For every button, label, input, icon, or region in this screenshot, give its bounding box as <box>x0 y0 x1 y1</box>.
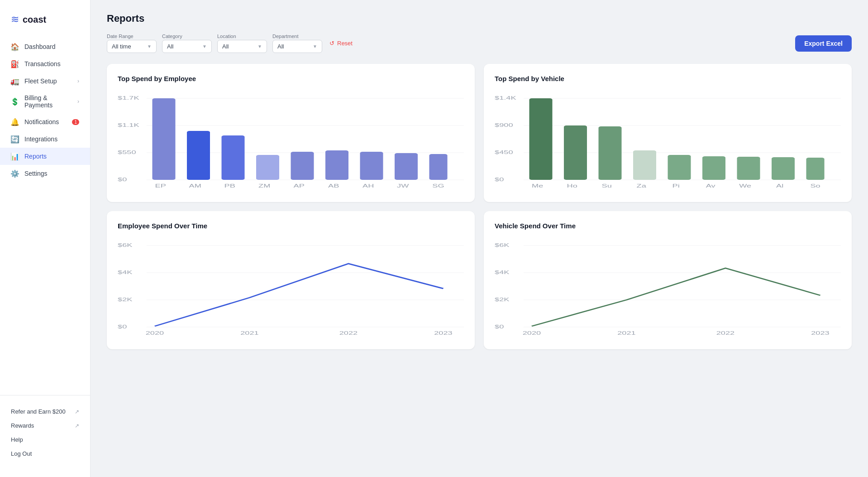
nav-menu: 🏠 Dashboard ⛽ Transactions 🚛 Fleet Setup… <box>0 38 90 390</box>
svg-text:$450: $450 <box>495 150 513 155</box>
svg-rect-35 <box>564 125 587 180</box>
svg-text:$550: $550 <box>118 150 136 155</box>
svg-text:$4K: $4K <box>118 270 133 275</box>
svg-rect-16 <box>429 154 448 180</box>
main-content: Reports Date Range All time ▼ Category A… <box>91 0 868 477</box>
reset-label: Reset <box>337 40 353 47</box>
svg-text:Ho: Ho <box>567 183 577 188</box>
chevron-icon: › <box>77 78 79 84</box>
svg-text:AM: AM <box>189 183 201 188</box>
svg-text:$0: $0 <box>495 177 504 182</box>
sidebar-item-settings[interactable]: ⚙️ Settings <box>0 165 90 182</box>
export-button[interactable]: Export Excel <box>795 35 852 52</box>
top-spend-employee-chart: $1.7K $1.1K $550 $0 <box>118 92 464 191</box>
svg-rect-36 <box>599 126 622 180</box>
sidebar-link-label: Log Out <box>11 450 32 457</box>
external-link-icon: ↗ <box>75 423 79 429</box>
top-spend-employee-card: Top Spend by Employee $1.7K $1.1K $550 $… <box>107 64 475 202</box>
location-chevron: ▼ <box>258 44 262 49</box>
employee-spend-time-card: Employee Spend Over Time $6K $4K $2K $0 … <box>107 211 475 349</box>
reset-button[interactable]: ↺ Reset <box>329 40 353 47</box>
location-value: All <box>222 43 229 50</box>
category-select[interactable]: All ▼ <box>162 40 212 53</box>
svg-rect-37 <box>633 150 656 180</box>
svg-text:PB: PB <box>224 183 236 188</box>
logo: ≋ coast <box>0 9 90 38</box>
date-range-chevron: ▼ <box>147 44 152 49</box>
svg-text:AH: AH <box>362 183 374 188</box>
department-filter: Department All ▼ <box>272 34 322 53</box>
sidebar-divider <box>0 395 90 395</box>
svg-text:$1.4K: $1.4K <box>495 96 516 101</box>
page-title: Reports <box>107 13 852 24</box>
department-label: Department <box>272 34 322 39</box>
svg-rect-8 <box>153 98 176 180</box>
top-spend-employee-title: Top Spend by Employee <box>118 75 464 82</box>
sidebar-link-help[interactable]: Help <box>0 433 90 447</box>
svg-text:Av: Av <box>706 183 716 188</box>
sidebar-item-dashboard[interactable]: 🏠 Dashboard <box>0 38 90 55</box>
svg-text:$6K: $6K <box>118 243 133 248</box>
svg-text:Za: Za <box>637 183 647 188</box>
svg-text:ZM: ZM <box>258 183 270 188</box>
svg-text:AP: AP <box>294 183 305 188</box>
svg-text:$2K: $2K <box>495 297 510 302</box>
svg-rect-14 <box>360 152 383 180</box>
category-label: Category <box>162 34 212 39</box>
sidebar-item-label: Settings <box>24 170 48 177</box>
department-chevron: ▼ <box>313 44 317 49</box>
svg-rect-11 <box>256 155 279 180</box>
sidebar-item-billing[interactable]: 💲 Billing & Payments › <box>0 90 90 113</box>
svg-text:2020: 2020 <box>146 331 164 336</box>
employee-spend-time-chart: $6K $4K $2K $0 2020 2021 2022 2023 <box>118 239 464 338</box>
svg-text:Pi: Pi <box>672 183 680 188</box>
integrations-icon: 🔄 <box>11 135 19 143</box>
category-value: All <box>167 43 173 50</box>
svg-text:$900: $900 <box>495 123 513 128</box>
svg-text:$6K: $6K <box>495 243 510 248</box>
svg-text:We: We <box>739 183 751 188</box>
department-select[interactable]: All ▼ <box>272 40 322 53</box>
dashboard-icon: 🏠 <box>11 43 19 51</box>
sidebar-item-label: Reports <box>24 153 47 160</box>
sidebar-item-transactions[interactable]: ⛽ Transactions <box>0 55 90 72</box>
sidebar-link-rewards[interactable]: Rewards ↗ <box>0 419 90 433</box>
date-range-select[interactable]: All time ▼ <box>107 40 157 53</box>
svg-text:Su: Su <box>602 183 612 188</box>
reports-icon: 📊 <box>11 152 19 160</box>
sidebar: ≋ coast 🏠 Dashboard ⛽ Transactions 🚛 Fle… <box>0 0 91 477</box>
employee-spend-time-title: Employee Spend Over Time <box>118 222 464 230</box>
vehicle-spend-time-chart: $6K $4K $2K $0 2020 2021 2022 2023 <box>495 239 841 338</box>
date-range-value: All time <box>112 43 131 50</box>
sidebar-link-logout[interactable]: Log Out <box>0 447 90 461</box>
svg-rect-40 <box>737 157 760 180</box>
sidebar-item-label: Fleet Setup <box>24 77 57 85</box>
top-spend-vehicle-chart: $1.4K $900 $450 $0 <box>495 92 841 191</box>
svg-rect-12 <box>291 152 314 180</box>
svg-rect-9 <box>187 131 210 180</box>
date-range-filter: Date Range All time ▼ <box>107 34 157 53</box>
sidebar-link-label: Help <box>11 436 23 443</box>
svg-text:$0: $0 <box>118 177 127 182</box>
vehicle-spend-time-card: Vehicle Spend Over Time $6K $4K $2K $0 2… <box>484 211 852 349</box>
location-select[interactable]: All ▼ <box>217 40 267 53</box>
svg-text:JW: JW <box>397 183 409 188</box>
svg-text:$2K: $2K <box>118 297 133 302</box>
sidebar-link-refer[interactable]: Refer and Earn $200 ↗ <box>0 405 90 419</box>
fleet-setup-icon: 🚛 <box>11 77 19 85</box>
svg-text:2020: 2020 <box>523 331 541 336</box>
svg-text:$0: $0 <box>495 324 504 329</box>
svg-rect-38 <box>668 155 691 180</box>
charts-grid: Top Spend by Employee $1.7K $1.1K $550 $… <box>107 64 852 349</box>
svg-text:2022: 2022 <box>339 331 358 336</box>
sidebar-item-label: Integrations <box>24 135 57 143</box>
svg-text:2023: 2023 <box>434 331 453 336</box>
sidebar-item-fleet-setup[interactable]: 🚛 Fleet Setup › <box>0 72 90 90</box>
sidebar-item-reports[interactable]: 📊 Reports <box>0 148 90 165</box>
notification-badge: 1 <box>72 119 79 125</box>
category-chevron: ▼ <box>202 44 207 49</box>
sidebar-item-notifications[interactable]: 🔔 Notifications 1 <box>0 113 90 130</box>
department-value: All <box>277 43 284 50</box>
billing-icon: 💲 <box>11 97 19 106</box>
sidebar-item-integrations[interactable]: 🔄 Integrations <box>0 130 90 148</box>
